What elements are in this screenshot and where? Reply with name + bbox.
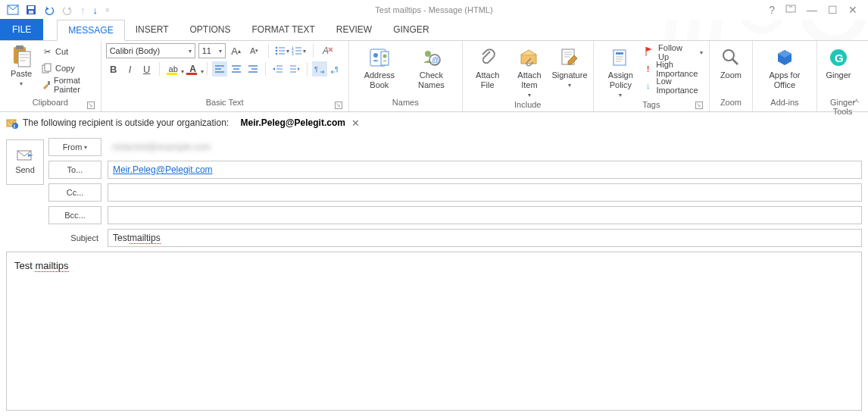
from-field[interactable]: redacted@example.com <box>108 138 862 156</box>
tab-insert[interactable]: INSERT <box>125 19 180 40</box>
attach-file-label: Attach File <box>470 70 505 90</box>
highlight-button[interactable]: ab▾ <box>164 61 183 77</box>
increase-indent-button[interactable] <box>287 61 302 77</box>
group-clipboard: Paste ▾ ✂Cut Copy Format Painter Clipboa… <box>0 41 101 111</box>
apps-for-office-button[interactable]: Apps for Office <box>757 43 812 90</box>
chevron-down-icon: ▾ <box>20 79 23 89</box>
italic-button[interactable]: I <box>123 61 138 77</box>
high-importance-label: High Importance <box>656 60 703 78</box>
qat-more-icon[interactable]: ≡ <box>105 6 109 14</box>
subject-label: Subject <box>48 233 101 242</box>
tab-format-text[interactable]: FORMAT TEXT <box>242 19 326 40</box>
to-field[interactable]: Meir.Peleg@Pelegit.com <box>108 161 862 179</box>
ltr-button[interactable]: ¶ <box>312 61 327 77</box>
down-arrow-icon[interactable]: ↓ <box>93 5 98 16</box>
tab-ginger[interactable]: GINGER <box>382 19 439 40</box>
signature-button[interactable]: Signature▾ <box>551 43 588 90</box>
mailtip-remove-icon[interactable]: ✕ <box>351 117 360 129</box>
underline-button[interactable]: U <box>139 61 155 77</box>
send-icon <box>17 150 33 162</box>
svg-text:i: i <box>14 124 15 129</box>
bullets-button[interactable]: ▾ <box>275 43 290 58</box>
font-color-button[interactable]: A▾ <box>184 61 202 77</box>
align-center-button[interactable] <box>229 61 244 77</box>
help-icon[interactable]: ? <box>769 5 775 15</box>
bold-button[interactable]: B <box>106 61 121 77</box>
exclamation-icon: ! <box>645 64 651 74</box>
check-names-label: Check Names <box>408 70 454 90</box>
align-right-button[interactable] <box>245 61 261 77</box>
dialog-launcher-icon[interactable]: ↘ <box>695 102 703 109</box>
bcc-field[interactable] <box>108 206 862 224</box>
clear-formatting-button[interactable]: A <box>320 43 335 58</box>
decrease-indent-button[interactable] <box>270 61 286 77</box>
cut-button[interactable]: ✂Cut <box>41 43 96 60</box>
attach-file-button[interactable]: Attach File <box>467 43 508 90</box>
ginger-button[interactable]: GGinger <box>822 43 855 80</box>
assign-policy-label: Assign Policy <box>601 70 640 90</box>
paste-button[interactable]: Paste ▾ <box>5 43 38 89</box>
save-icon[interactable] <box>26 5 36 15</box>
low-importance-label: Low Importance <box>657 77 703 95</box>
high-importance-button[interactable]: !High Importance <box>643 61 704 77</box>
collapse-ribbon-icon[interactable]: ㅅ <box>852 95 860 107</box>
apps-icon <box>775 45 795 70</box>
clipboard-group-label: Clipboard <box>33 98 68 107</box>
follow-up-button[interactable]: Follow Up▾ <box>643 45 704 60</box>
maximize-icon[interactable]: ☐ <box>828 5 838 15</box>
tab-file[interactable]: FILE <box>0 19 43 40</box>
font-name-value: Calibri (Body) <box>110 46 161 55</box>
ginger-icon: G <box>829 45 848 70</box>
message-body[interactable]: Test mailtips <box>6 252 862 411</box>
from-button[interactable]: From ▾ <box>48 138 101 156</box>
to-recipient[interactable]: Meir.Peleg@Pelegit.com <box>113 164 213 175</box>
address-book-button[interactable]: Address Book <box>354 43 405 90</box>
to-button[interactable]: To... <box>48 161 101 179</box>
dialog-launcher-icon[interactable]: ↘ <box>87 102 95 109</box>
dialog-launcher-icon[interactable]: ↘ <box>335 102 342 109</box>
undo-icon[interactable] <box>44 5 55 14</box>
svg-rect-2 <box>28 6 34 9</box>
check-names-button[interactable]: @ Check Names <box>405 43 457 90</box>
send-button[interactable]: Send <box>6 139 44 185</box>
copy-button[interactable]: Copy <box>41 60 96 77</box>
window-title: Test mailtips - Message (HTML) <box>375 5 492 14</box>
mail-icon[interactable] <box>8 5 18 14</box>
svg-rect-10 <box>48 81 50 85</box>
format-painter-button[interactable]: Format Painter <box>41 77 96 93</box>
close-icon[interactable]: ✕ <box>848 5 857 15</box>
svg-rect-3 <box>29 11 33 14</box>
assign-policy-button[interactable]: Assign Policy▾ <box>598 43 643 100</box>
group-tags: Assign Policy▾ Follow Up▾ !High Importan… <box>594 41 710 111</box>
group-names: Address Book @ Check Names Names <box>349 41 463 111</box>
bcc-button[interactable]: Bcc... <box>48 206 101 224</box>
low-importance-button[interactable]: ↓Low Importance <box>643 78 704 93</box>
numbering-button[interactable]: 123▾ <box>292 43 307 58</box>
cc-field[interactable] <box>108 183 862 202</box>
subject-field[interactable]: Test mailtips <box>108 229 862 247</box>
rtl-button[interactable]: ¶ <box>329 61 344 77</box>
align-left-button[interactable] <box>212 61 227 77</box>
zoom-label: Zoom <box>720 70 742 80</box>
grow-font-button[interactable]: A▴ <box>229 43 244 58</box>
redo-icon <box>62 5 73 14</box>
tab-review[interactable]: REVIEW <box>326 19 382 40</box>
font-size-select[interactable]: 11▾ <box>198 43 226 58</box>
shrink-font-button[interactable]: A▾ <box>247 43 262 58</box>
attach-item-button[interactable]: Attach Item▾ <box>508 43 551 100</box>
magnifier-icon <box>721 45 741 70</box>
subject-text: Test <box>113 233 130 243</box>
cc-button[interactable]: Cc... <box>48 183 101 202</box>
svg-rect-9 <box>45 64 51 71</box>
ribbon-options-icon[interactable] <box>785 5 796 15</box>
tab-options[interactable]: OPTIONS <box>180 19 242 40</box>
minimize-icon[interactable]: ― <box>807 5 817 15</box>
ginger-label: Ginger <box>826 70 851 80</box>
svg-rect-27 <box>521 55 536 64</box>
zoom-button[interactable]: Zoom <box>714 43 748 80</box>
font-name-select[interactable]: Calibri (Body)▾ <box>106 43 195 58</box>
basic-text-group-label: Basic Text <box>206 98 244 107</box>
tab-message[interactable]: MESSAGE <box>57 20 124 41</box>
paste-label: Paste <box>11 69 32 79</box>
chevron-down-icon: ▾ <box>619 90 622 100</box>
